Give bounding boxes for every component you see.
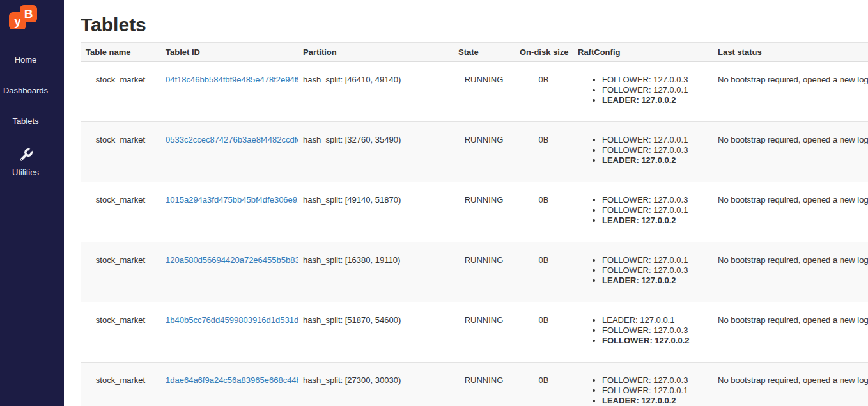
raft-config-list: FOLLOWER: 127.0.0.1FOLLOWER: 127.0.0.3LE… <box>578 255 708 286</box>
tablet-id-cell: 1dae64a6f9a24c56a83965e668c44b8e <box>160 363 298 406</box>
yugabyte-logo[interactable]: y B <box>9 5 38 36</box>
sidebar-item-tablets[interactable]: Tablets <box>0 116 51 126</box>
partition-cell: hash_split: [46410, 49140) <box>298 62 453 122</box>
raft-config-entry: FOLLOWER: 127.0.0.3 <box>602 145 708 155</box>
last-status-cell: No bootstrap required, opened a new log <box>713 302 868 363</box>
raft-config-entry: FOLLOWER: 127.0.0.3 <box>602 375 708 386</box>
column-header-raftconfig: RaftConfig <box>573 43 713 62</box>
state-cell: RUNNING <box>453 122 515 182</box>
partition-cell: hash_split: [16380, 19110) <box>298 242 453 302</box>
raft-config-entry: FOLLOWER: 127.0.0.3 <box>602 75 708 85</box>
state-cell: RUNNING <box>453 242 515 302</box>
sidebar-item-label: Tablets <box>12 116 38 126</box>
raft-config-entry: LEADER: 127.0.0.1 <box>602 315 708 325</box>
column-header-last-status: Last status <box>713 43 868 62</box>
raft-config-entry: LEADER: 127.0.0.2 <box>602 215 708 226</box>
raft-config-entry: LEADER: 127.0.0.2 <box>602 95 708 105</box>
raft-config-list: FOLLOWER: 127.0.0.3FOLLOWER: 127.0.0.1LE… <box>578 75 708 105</box>
table-row: stock_market1dae64a6f9a24c56a83965e668c4… <box>81 363 868 406</box>
state-cell: RUNNING <box>453 302 515 363</box>
state-cell: RUNNING <box>453 363 515 406</box>
tablet-id-cell: 1b40b5cc76dd4599803916d1d531d903 <box>160 302 298 363</box>
sidebar-item-label: Dashboards <box>3 86 48 95</box>
disk-size-cell: 0B <box>515 62 573 122</box>
last-status-cell: No bootstrap required, opened a new log <box>713 122 868 182</box>
partition-cell: hash_split: [27300, 30030) <box>298 363 453 406</box>
sidebar-nav: Home Dashboards Tablets <box>0 55 64 177</box>
partition-cell: hash_split: [49140, 51870) <box>298 182 453 242</box>
table-row: stock_market04f18c46bb584fbf9e485e478f2e… <box>81 62 868 122</box>
raft-config-cell: FOLLOWER: 127.0.0.3FOLLOWER: 127.0.0.1LE… <box>573 182 713 242</box>
table-name-cell: stock_market <box>81 242 160 302</box>
raft-config-list: LEADER: 127.0.0.1FOLLOWER: 127.0.0.3FOLL… <box>578 315 708 346</box>
tablet-id-link[interactable]: 1dae64a6f9a24c56a83965e668c44b8e <box>166 375 298 385</box>
tablet-id-link[interactable]: 0533c2ccec874276b3ae8f4482ccdfeb <box>166 135 298 144</box>
raft-config-list: FOLLOWER: 127.0.0.3FOLLOWER: 127.0.0.1LE… <box>578 375 708 406</box>
raft-config-list: FOLLOWER: 127.0.0.3FOLLOWER: 127.0.0.1LE… <box>578 195 708 226</box>
table-row: stock_market0533c2ccec874276b3ae8f4482cc… <box>81 122 868 182</box>
app: y B Home Dashboards Tablets <box>0 0 868 406</box>
raft-config-entry: FOLLOWER: 127.0.0.1 <box>602 135 708 145</box>
logo-b-square: B <box>20 5 37 22</box>
logo-letter-b: B <box>24 8 33 20</box>
raft-config-entry: FOLLOWER: 127.0.0.3 <box>602 325 708 336</box>
tablet-id-link[interactable]: 04f18c46bb584fbf9e485e478f2e94f9 <box>166 75 298 84</box>
sidebar-item-home[interactable]: Home <box>0 55 51 65</box>
disk-size-cell: 0B <box>515 122 573 182</box>
tablet-id-cell: 120a580d56694420a72e6455b5b83150 <box>160 242 298 302</box>
raft-config-entry: LEADER: 127.0.0.2 <box>602 155 708 166</box>
column-header-table-name: Table name <box>81 43 160 62</box>
table-name-cell: stock_market <box>81 122 160 182</box>
tablet-id-cell: 0533c2ccec874276b3ae8f4482ccdfeb <box>160 122 298 182</box>
last-status-cell: No bootstrap required, opened a new log <box>713 242 868 302</box>
disk-size-cell: 0B <box>515 363 573 406</box>
page-title: Tablets <box>81 14 868 36</box>
sidebar-item-utilities[interactable]: Utilities <box>0 147 51 177</box>
table-name-cell: stock_market <box>81 363 160 406</box>
state-cell: RUNNING <box>453 62 515 122</box>
tablet-id-cell: 04f18c46bb584fbf9e485e478f2e94f9 <box>160 62 298 122</box>
last-status-cell: No bootstrap required, opened a new log <box>713 62 868 122</box>
tablet-id-link[interactable]: 1015a294a3fd475bb45bf4dfe306e91b <box>166 195 298 205</box>
tablets-table-body: stock_market04f18c46bb584fbf9e485e478f2e… <box>81 62 868 406</box>
disk-size-cell: 0B <box>515 182 573 242</box>
sidebar-item-dashboards[interactable]: Dashboards <box>0 86 51 95</box>
disk-size-cell: 0B <box>515 242 573 302</box>
raft-config-entry: FOLLOWER: 127.0.0.1 <box>602 85 708 95</box>
raft-config-cell: FOLLOWER: 127.0.0.1FOLLOWER: 127.0.0.3LE… <box>573 242 713 302</box>
column-header-on-disk-size: On-disk size <box>515 43 573 62</box>
raft-config-entry: FOLLOWER: 127.0.0.3 <box>602 195 708 205</box>
raft-config-list: FOLLOWER: 127.0.0.1FOLLOWER: 127.0.0.3LE… <box>578 135 708 166</box>
partition-cell: hash_split: [51870, 54600) <box>298 302 453 363</box>
column-header-tablet-id: Tablet ID <box>160 43 298 62</box>
column-header-partition: Partition <box>298 43 453 62</box>
sidebar: y B Home Dashboards Tablets <box>0 0 64 406</box>
last-status-cell: No bootstrap required, opened a new log <box>713 182 868 242</box>
raft-config-entry: LEADER: 127.0.0.2 <box>602 396 708 406</box>
raft-config-entry: FOLLOWER: 127.0.0.1 <box>602 205 708 215</box>
table-header: Table name Tablet ID Partition State On-… <box>81 43 868 62</box>
raft-config-entry: LEADER: 127.0.0.2 <box>602 276 708 286</box>
table-name-cell: stock_market <box>81 182 160 242</box>
raft-config-entry: FOLLOWER: 127.0.0.1 <box>602 255 708 265</box>
table-name-cell: stock_market <box>81 62 160 122</box>
table-name-cell: stock_market <box>81 302 160 363</box>
table-row: stock_market120a580d56694420a72e6455b5b8… <box>81 242 868 302</box>
sidebar-item-label: Home <box>15 55 37 65</box>
last-status-cell: No bootstrap required, opened a new log <box>713 363 868 406</box>
table-row: stock_market1b40b5cc76dd4599803916d1d531… <box>81 302 868 363</box>
tablet-id-link[interactable]: 120a580d56694420a72e6455b5b83150 <box>166 255 298 265</box>
raft-config-cell: FOLLOWER: 127.0.0.3FOLLOWER: 127.0.0.1LE… <box>573 62 713 122</box>
raft-config-entry: FOLLOWER: 127.0.0.3 <box>602 265 708 276</box>
main-content: Tablets Table name Tablet ID Partition S… <box>64 0 868 406</box>
tablets-table: Table name Tablet ID Partition State On-… <box>81 42 868 406</box>
disk-size-cell: 0B <box>515 302 573 363</box>
sidebar-item-label: Utilities <box>12 168 39 177</box>
tablet-id-link[interactable]: 1b40b5cc76dd4599803916d1d531d903 <box>166 315 298 325</box>
raft-config-entry: FOLLOWER: 127.0.0.2 <box>602 336 708 346</box>
state-cell: RUNNING <box>453 182 515 242</box>
table-row: stock_market1015a294a3fd475bb45bf4dfe306… <box>81 182 868 242</box>
raft-config-cell: FOLLOWER: 127.0.0.3FOLLOWER: 127.0.0.1LE… <box>573 363 713 406</box>
wrench-icon <box>17 147 34 164</box>
raft-config-cell: FOLLOWER: 127.0.0.1FOLLOWER: 127.0.0.3LE… <box>573 122 713 182</box>
